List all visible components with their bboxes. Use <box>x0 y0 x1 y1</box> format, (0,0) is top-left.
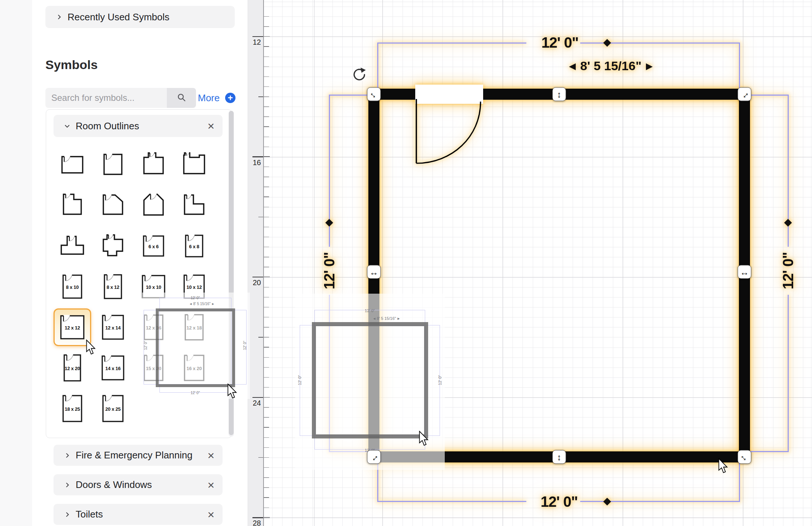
resize-handle-top-right[interactable]: ↔ <box>738 88 751 101</box>
svg-text:10 x 10: 10 x 10 <box>146 284 161 290</box>
resize-handle-bottom-right[interactable]: ↔ <box>738 450 751 464</box>
arrow-right-icon: ▶ <box>212 302 214 305</box>
svg-text:18 x 25: 18 x 25 <box>65 406 80 412</box>
resize-handle-right-middle[interactable]: ↔ <box>738 265 751 279</box>
resize-handle-top-middle[interactable]: ↕ <box>553 88 566 101</box>
ghost-door-label: ◀ 8' 5 15/16" ▶ <box>373 316 400 321</box>
resize-handle-left-middle[interactable]: ↔ <box>367 265 381 279</box>
ruler-edge <box>263 0 264 526</box>
arrow-left-icon: ◀ <box>190 302 192 305</box>
ghost-width-label: 12' 0" <box>191 391 200 395</box>
ghost-height-label: 12' 0" <box>144 341 148 350</box>
resize-handle-top-left[interactable]: ↔ <box>367 88 381 101</box>
ghost-width-label: 12' 0" <box>191 296 200 300</box>
arrow-right-icon: ▶ <box>398 317 400 320</box>
symbol-chamfer-both[interactable] <box>138 190 169 221</box>
search-button[interactable] <box>167 88 196 108</box>
magnifier-icon <box>177 93 186 103</box>
close-icon[interactable]: × <box>207 120 214 132</box>
rotate-handle-icon[interactable] <box>351 67 367 83</box>
symbol-12x20[interactable]: 12 x 20 <box>57 352 88 383</box>
svg-text:6 x 8: 6 x 8 <box>189 244 199 249</box>
symbol-square[interactable] <box>97 149 128 180</box>
chevron-right-icon <box>64 482 70 488</box>
close-icon[interactable]: × <box>207 509 214 520</box>
arrow-left-icon: ◀ <box>373 317 375 320</box>
section-fire-emergency-label: Fire & Emergency Planning <box>76 450 192 461</box>
recently-used-symbols-section[interactable]: Recently Used Symbols <box>45 6 235 28</box>
resize-handle-bottom-middle[interactable]: ↕ <box>553 450 566 464</box>
symbol-tab-top[interactable] <box>138 149 169 180</box>
ruler-label: 20 <box>248 279 261 287</box>
section-doors-windows[interactable]: Doors & Windows × <box>54 474 223 495</box>
chevron-right-icon <box>56 14 62 20</box>
symbol-6x8[interactable]: 6 x 8 <box>179 230 210 262</box>
ghost-door-label: ◀ 8' 5 15/16" ▶ <box>190 302 214 306</box>
ghost-height-label: 12' 0" <box>297 375 302 385</box>
svg-text:12 x 20: 12 x 20 <box>65 366 80 371</box>
mouse-cursor <box>86 339 96 355</box>
symbol-8x12[interactable]: 8 x 12 <box>97 271 128 302</box>
chevron-right-icon <box>64 452 70 459</box>
symbol-t-shape[interactable] <box>57 230 88 262</box>
symbol-12x14[interactable]: 12 x 14 <box>97 312 128 343</box>
chevron-right-icon <box>64 511 70 518</box>
plus-circle-icon[interactable]: + <box>225 93 235 103</box>
symbols-heading: Symbols <box>45 58 98 72</box>
mouse-cursor <box>718 458 729 474</box>
symbol-20x25[interactable]: 20 x 25 <box>97 393 128 424</box>
ruler-label: 16 <box>248 158 261 167</box>
symbol-8x10[interactable]: 8 x 10 <box>57 271 88 302</box>
close-icon[interactable]: × <box>207 450 214 461</box>
section-room-outlines[interactable]: Room Outlines × <box>54 115 223 137</box>
symbol-l-shape[interactable] <box>179 190 210 221</box>
svg-text:12 x 14: 12 x 14 <box>105 325 121 331</box>
symbol-12x12[interactable]: 12 x 12 <box>57 312 88 343</box>
symbol-14x16[interactable]: 14 x 16 <box>97 352 128 383</box>
ruler-label: 24 <box>248 399 261 407</box>
svg-text:8 x 12: 8 x 12 <box>107 284 119 290</box>
section-toilets[interactable]: Toilets × <box>54 504 223 525</box>
svg-text:14 x 16: 14 x 16 <box>105 366 120 371</box>
resize-handle-bottom-left[interactable]: ↔ <box>367 450 381 464</box>
ghost-height-label: 12' 0" <box>438 375 442 385</box>
svg-text:6 x 6: 6 x 6 <box>148 244 158 249</box>
close-icon[interactable]: × <box>207 479 214 491</box>
section-toilets-label: Toilets <box>76 509 103 520</box>
symbol-18x25[interactable]: 18 x 25 <box>57 393 88 424</box>
chevron-down-icon <box>64 123 70 129</box>
drag-ghost-room-big[interactable] <box>312 322 428 438</box>
section-room-outlines-label: Room Outlines <box>76 120 139 132</box>
symbol-notch-top[interactable] <box>179 149 210 180</box>
mouse-cursor <box>419 431 429 446</box>
ruler-label: 12 <box>248 38 261 47</box>
svg-text:10 x 12: 10 x 12 <box>186 284 202 290</box>
mouse-cursor <box>227 383 238 399</box>
left-rail <box>0 0 32 526</box>
drag-ghost-room-small[interactable] <box>156 308 235 387</box>
svg-text:20 x 25: 20 x 25 <box>105 406 120 412</box>
ruler-label: 28 <box>248 519 261 526</box>
section-doors-windows-label: Doors & Windows <box>76 479 152 491</box>
recently-used-symbols-label: Recently Used Symbols <box>68 11 169 23</box>
symbol-step-right[interactable] <box>57 190 88 221</box>
symbol-chamfer-tr[interactable] <box>97 190 128 221</box>
more-link[interactable]: More <box>198 92 220 104</box>
symbol-6x6[interactable]: 6 x 6 <box>138 230 169 262</box>
ghost-width-label: 12' 0" <box>365 308 375 313</box>
svg-text:12 x 12: 12 x 12 <box>65 325 80 331</box>
search-input[interactable] <box>45 88 167 108</box>
vertical-ruler: 1216202428 <box>248 0 264 526</box>
ghost-height-label: 12' 0" <box>243 341 247 350</box>
svg-text:8 x 10: 8 x 10 <box>66 284 79 290</box>
symbol-rect-wide[interactable] <box>57 149 88 180</box>
symbol-cross[interactable] <box>97 230 128 262</box>
section-fire-emergency[interactable]: Fire & Emergency Planning × <box>54 445 223 466</box>
